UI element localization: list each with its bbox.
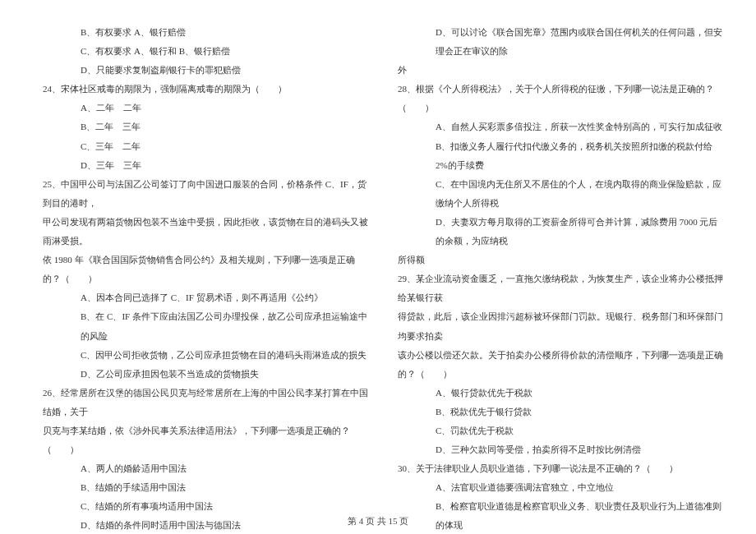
q23-option-d: D、只能要求复制盗刷银行卡的罪犯赔偿 [33,61,368,80]
q28-text: 28、根据《个人所得税法》，关于个人所得税的征缴，下列哪一说法是正确的？（ ） [388,80,723,117]
q28-option-d-line1: D、夫妻双方每月取得的工资薪金所得可合并计算，减除费用 7000 元后的余额，为… [388,213,723,251]
q30-option-a: A、法官职业道德要强调法官独立，中立地位 [388,478,723,497]
q29-option-c: C、罚款优先于税款 [388,421,723,440]
q26-line2: 贝克与李某结婚，依《涉外民事关系法律适用法》，下列哪一选项是正确的？（ ） [33,421,368,459]
q26-line1: 26、经常居所在汉堡的德国公民贝克与经常居所在上海的中国公民李某打算在中国结婚，… [33,384,368,421]
q28-option-b: B、扣缴义务人履行代扣代缴义务的，税务机关按照所扣缴的税款付给 2%的手续费 [388,137,723,175]
q25-line1: 25、中国甲公司与法国乙公司签订了向中国进口服装的合同，价格条件 C、IF，货到… [33,175,368,213]
q24-option-d: D、三年 三年 [33,156,368,175]
q30-text: 30、关于法律职业人员职业道德，下列哪一说法是不正确的？（ ） [388,459,723,478]
q25-option-b: B、在 C、IF 条件下应由法国乙公司办理投保，故乙公司应承担运输途中的风险 [33,307,368,345]
q24-option-c: C、三年 二年 [33,137,368,156]
q25-option-c: C、因甲公司拒收货物，乙公司应承担货物在目的港码头雨淋造成的损失 [33,346,368,365]
q27-option-d-line2: 外 [388,61,723,80]
q25-option-a: A、因本合同已选择了 C、IF 贸易术语，则不再适用《公约》 [33,288,368,307]
q26-option-b: B、结婚的手续适用中国法 [33,478,368,497]
q25-option-d: D、乙公司应承担因包装不当造成的货物损失 [33,365,368,384]
right-column: D、可以讨论《联合国宪章》范围内或联合国任何机关的任何问题，但安理会正在审议的除… [388,23,723,499]
q28-option-c: C、在中国境内无住所又不居住的个人，在境内取得的商业保险赔款，应缴纳个人所得税 [388,175,723,213]
q23-option-b: B、有权要求 A、银行赔偿 [33,23,368,42]
q29-option-a: A、银行贷款优先于税款 [388,384,723,403]
q24-option-a: A、二年 二年 [33,99,368,117]
q28-option-d-line2: 所得额 [388,251,723,269]
q28-option-a: A、自然人买彩票多倍投注，所获一次性奖金特别高的，可实行加成征收 [388,117,723,136]
page-footer: 第 4 页 共 15 页 [0,515,756,527]
q26-option-c: C、结婚的所有事项均适用中国法 [33,497,368,516]
page-columns: B、有权要求 A、银行赔偿 C、有权要求 A、银行和 B、银行赔偿 D、只能要求… [33,23,723,499]
q24-option-b: B、二年 三年 [33,117,368,136]
q29-line3: 该办公楼以偿还欠款。关于拍卖办公楼所得价款的清偿顺序，下列哪一选项是正确的？（ … [388,346,723,384]
q29-option-b: B、税款优先于银行贷款 [388,403,723,421]
q29-line2: 得贷款，此后，该企业因排污超标被环保部门罚款。现银行、税务部门和环保部门均要求拍… [388,307,723,345]
q25-line2: 甲公司发现有两箱货物因包装不当途中受损，因此拒收，该货物在目的港码头又被雨淋受损… [33,213,368,251]
q24-text: 24、宋体社区戒毒的期限为，强制隔离戒毒的期限为（ ） [33,80,368,99]
q27-option-d-line1: D、可以讨论《联合国宪章》范围内或联合国任何机关的任何问题，但安理会正在审议的除 [388,23,723,61]
q29-option-d: D、三种欠款同等受偿，拍卖所得不足时按比例清偿 [388,440,723,459]
q26-option-a: A、两人的婚龄适用中国法 [33,459,368,478]
left-column: B、有权要求 A、银行赔偿 C、有权要求 A、银行和 B、银行赔偿 D、只能要求… [33,23,368,499]
q25-line3: 依 1980 年《联合国国际货物销售合同公约》及相关规则，下列哪一选项是正确的？… [33,251,368,288]
q29-line1: 29、某企业流动资金匮乏，一直拖欠缴纳税款，为恢复生产，该企业将办公楼抵押给某银… [388,269,723,307]
q23-option-c: C、有权要求 A、银行和 B、银行赔偿 [33,42,368,61]
